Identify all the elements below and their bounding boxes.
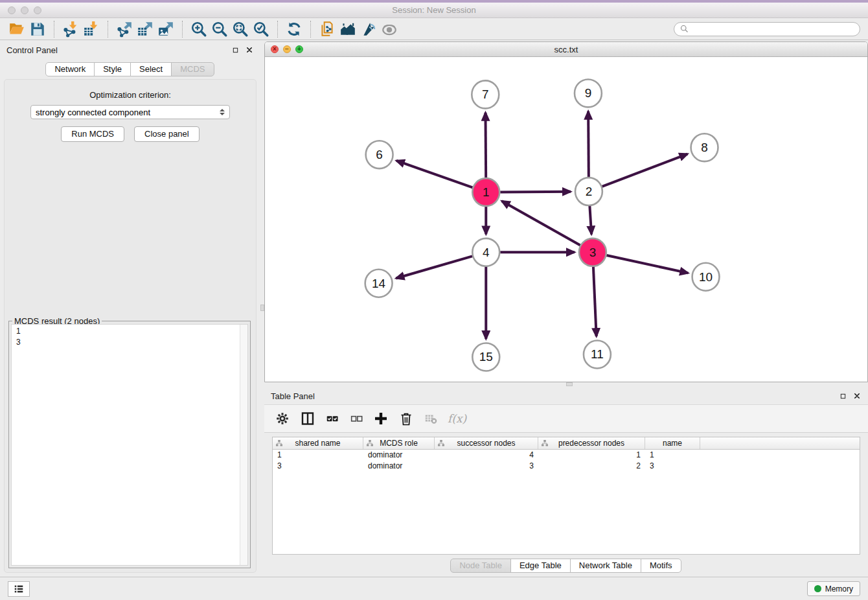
title-bar: Session: New Session [0, 0, 868, 18]
clone-network-button[interactable] [317, 19, 337, 39]
node-label: 2 [586, 185, 593, 198]
import-network-button[interactable] [60, 19, 81, 39]
zoom-fit-button[interactable] [230, 19, 251, 39]
show-columns-button[interactable] [300, 409, 315, 428]
export-image-button[interactable] [155, 19, 176, 39]
close-panel-button[interactable]: Close panel [134, 126, 200, 142]
cell-predecessor-nodes[interactable]: 2 [538, 461, 645, 472]
table-panel-close-button[interactable] [852, 391, 862, 400]
cell-name[interactable]: 1 [645, 450, 700, 461]
cell-shared-name[interactable]: 3 [273, 461, 363, 472]
node-10[interactable]: 10 [692, 263, 720, 291]
control-panel-float-button[interactable] [231, 45, 240, 54]
tab-style[interactable]: Style [94, 62, 131, 76]
memory-button[interactable]: Memory [807, 581, 860, 596]
add-column-button[interactable] [373, 409, 389, 428]
table-panel-float-button[interactable] [838, 391, 847, 400]
splitter-grip[interactable] [260, 305, 264, 311]
import-table-button[interactable] [81, 19, 102, 39]
edge-2-8[interactable] [602, 154, 687, 187]
graphics-details-button[interactable] [358, 19, 379, 39]
tab-motifs[interactable]: Motifs [641, 559, 681, 573]
list-icon [12, 583, 25, 595]
cell-name[interactable]: 3 [645, 461, 700, 472]
tab-network[interactable]: Network [45, 62, 95, 76]
network-minimize-button[interactable] [283, 45, 291, 53]
horizontal-splitter[interactable] [264, 382, 868, 386]
tab-select[interactable]: Select [130, 62, 172, 76]
minimize-window-button[interactable] [21, 6, 29, 14]
export-network-button[interactable] [114, 19, 135, 39]
save-session-button[interactable] [27, 19, 48, 39]
mcds-result-scrollbar[interactable] [240, 325, 247, 565]
zoom-in-button[interactable] [188, 19, 209, 39]
open-session-button[interactable] [6, 19, 27, 39]
cell-predecessor-nodes[interactable]: 1 [538, 450, 645, 461]
mcds-panel: Optimization criterion: strongly connect… [4, 79, 257, 573]
network-close-button[interactable] [271, 45, 279, 53]
delete-column-button[interactable] [398, 409, 414, 428]
mcds-result-area[interactable]: 1 3 [11, 324, 248, 566]
network-canvas[interactable]: 1234678910111415 [265, 57, 867, 382]
node-3[interactable]: 3 [579, 238, 606, 266]
edge-3-1[interactable] [502, 201, 580, 245]
zoom-window-button[interactable] [34, 6, 41, 14]
select-all-columns-button[interactable] [325, 409, 339, 428]
tab-node-table[interactable]: Node Table [450, 559, 511, 573]
node-1[interactable]: 1 [472, 178, 499, 206]
tab-edge-table[interactable]: Edge Table [510, 559, 571, 573]
cell-mcds-role[interactable]: dominator [363, 461, 435, 472]
node-11[interactable]: 11 [584, 341, 611, 369]
network-maximize-button[interactable] [295, 45, 303, 53]
unselect-all-columns-button[interactable] [349, 409, 363, 428]
node-8[interactable]: 8 [691, 133, 718, 161]
zoom-selected-button[interactable] [251, 19, 271, 39]
edge-2-9[interactable] [588, 111, 589, 178]
close-window-button[interactable] [8, 6, 16, 14]
column-header-shared-name[interactable]: shared name [273, 437, 363, 449]
horizontal-splitter-grip[interactable] [566, 382, 573, 386]
tab-mcds[interactable]: MCDS [171, 62, 214, 76]
cell-mcds-role[interactable]: dominator [363, 450, 435, 461]
tab-network-table[interactable]: Network Table [570, 559, 641, 573]
node-9[interactable]: 9 [575, 79, 602, 107]
column-header-predecessor-nodes[interactable]: predecessor nodes [538, 437, 645, 449]
node-label: 10 [699, 270, 713, 284]
toolbar-separator [54, 21, 54, 38]
node-4[interactable]: 4 [472, 238, 499, 266]
edge-1-6[interactable] [396, 161, 473, 187]
main-toolbar [0, 18, 868, 40]
node-14[interactable]: 14 [365, 270, 393, 297]
export-table-button[interactable] [135, 19, 155, 39]
edge-3-11[interactable] [593, 266, 597, 336]
node-15[interactable]: 15 [472, 343, 499, 371]
panel-splitter[interactable] [260, 40, 264, 577]
edge-4-14[interactable] [396, 256, 472, 278]
function-builder-button: f(x) [448, 409, 466, 428]
node-7[interactable]: 7 [472, 80, 499, 108]
edge-1-7[interactable] [485, 113, 486, 178]
column-header-name[interactable]: name [645, 437, 700, 449]
column-header-successor-nodes[interactable]: successor nodes [435, 437, 538, 449]
edge-3-10[interactable] [606, 255, 688, 273]
cell-shared-name[interactable]: 1 [273, 450, 363, 461]
node-6[interactable]: 6 [366, 141, 393, 168]
optimization-criterion-select[interactable]: strongly connected component [30, 105, 230, 119]
task-history-button[interactable] [8, 581, 30, 597]
edge-1-2[interactable] [500, 192, 571, 192]
edge-2-3[interactable] [589, 206, 591, 235]
table-row: 1dominator411 [273, 450, 860, 461]
cell-successor-nodes[interactable]: 3 [435, 461, 538, 472]
run-mcds-button[interactable]: Run MCDS [61, 126, 124, 142]
apply-layout-button[interactable] [284, 19, 304, 39]
table-toolbar: f(x) [264, 404, 868, 433]
search-input[interactable] [689, 25, 854, 34]
home-button[interactable] [337, 19, 358, 39]
home-icon [339, 21, 356, 38]
column-header-mcds-role[interactable]: MCDS role [363, 437, 435, 449]
zoom-out-button[interactable] [209, 19, 230, 39]
node-2[interactable]: 2 [575, 178, 602, 205]
control-panel-close-button[interactable] [245, 45, 254, 54]
table-options-button[interactable] [275, 409, 290, 428]
cell-successor-nodes[interactable]: 4 [435, 450, 538, 461]
